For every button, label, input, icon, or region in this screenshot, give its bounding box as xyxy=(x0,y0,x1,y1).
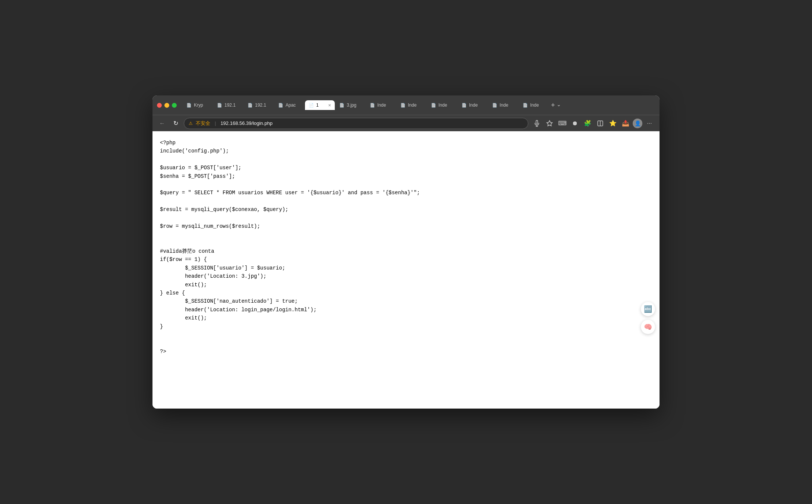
tab-label: 1 xyxy=(316,103,319,108)
profile-avatar[interactable]: 👤 xyxy=(633,119,642,128)
tab-192-2[interactable]: 📄 192.1 xyxy=(244,100,274,110)
settings-button[interactable]: ··· xyxy=(644,118,655,129)
new-tab-button[interactable]: + xyxy=(551,101,555,109)
extensions-button[interactable]: 🧩 xyxy=(582,118,593,129)
traffic-lights xyxy=(157,103,177,108)
tab-label: Inde xyxy=(438,103,447,108)
tab-label: Kryp xyxy=(194,103,203,108)
tab-inde1[interactable]: 📄 Inde xyxy=(366,100,396,110)
tab-label: Inde xyxy=(469,103,478,108)
tab-icon: 📄 xyxy=(248,103,253,108)
record-button[interactable]: ⏺ xyxy=(569,118,580,129)
separator: | xyxy=(215,120,216,126)
tab-icon: 📄 xyxy=(523,103,528,108)
tab-icon: 📄 xyxy=(462,103,467,108)
tab-icon: 📄 xyxy=(492,103,497,108)
tab-icon: 📄 xyxy=(309,103,314,108)
minimize-button[interactable] xyxy=(164,103,169,108)
share-button[interactable]: 📤 xyxy=(620,118,631,129)
collections-button[interactable]: ⭐ xyxy=(607,118,619,129)
back-button[interactable]: ← xyxy=(157,118,167,129)
close-button[interactable] xyxy=(157,103,162,108)
url-display: 192.168.56.39/login.php xyxy=(220,120,273,126)
security-label: 不安全 xyxy=(196,120,210,127)
title-bar: 📄 Kryp 📄 192.1 📄 192.1 📄 Apac xyxy=(152,95,660,115)
tab-label: Inde xyxy=(377,103,386,108)
tab-kryp[interactable]: 📄 Kryp xyxy=(183,100,213,110)
keyboard-button[interactable]: ⌨ xyxy=(557,118,568,129)
nav-bar: ← ↻ ⚠ 不安全 | 192.168.56.39/login.php ⌨ ⏺ … xyxy=(152,115,660,131)
refresh-button[interactable]: ↻ xyxy=(170,118,181,129)
tab-label: 3.jpg xyxy=(347,103,356,108)
read-aloud-button[interactable] xyxy=(531,118,542,129)
tab-inde2[interactable]: 📄 Inde xyxy=(397,100,427,110)
tab-icon: 📄 xyxy=(278,103,283,108)
page-content: <?php include('config.php'); $usuario = … xyxy=(152,131,660,409)
nav-tools: ⌨ ⏺ 🧩 ⭐ 📤 👤 ··· xyxy=(531,118,655,129)
tab-icon: 📄 xyxy=(400,103,406,108)
tab-inde3[interactable]: 📄 Inde xyxy=(427,100,457,110)
tab-3jpg[interactable]: 📄 3.jpg xyxy=(336,100,365,110)
tab-bar: 📄 Kryp 📄 192.1 📄 192.1 📄 Apac xyxy=(183,100,655,110)
tab-icon: 📄 xyxy=(339,103,344,108)
tab-label: 192.1 xyxy=(224,103,236,108)
tab-overflow-button[interactable]: ⌄ xyxy=(557,101,561,109)
tab-label: 192.1 xyxy=(255,103,266,108)
svg-marker-2 xyxy=(547,120,553,126)
tab-icon: 📄 xyxy=(370,103,375,108)
tab-label: Inde xyxy=(500,103,508,108)
tab-inde4[interactable]: 📄 Inde xyxy=(458,100,488,110)
ai-float-button[interactable]: 🧠 xyxy=(641,320,655,334)
tab-label: Apac xyxy=(286,103,296,108)
floating-side-buttons: 🔤 🧠 xyxy=(641,302,655,334)
tab-icon: 📄 xyxy=(186,103,192,108)
tab-icon: 📄 xyxy=(217,103,222,108)
address-bar[interactable]: ⚠ 不安全 | 192.168.56.39/login.php xyxy=(184,118,528,129)
maximize-button[interactable] xyxy=(172,103,177,108)
code-display: <?php include('config.php'); $usuario = … xyxy=(160,139,652,356)
tab-label: Inde xyxy=(408,103,416,108)
tab-icon: 📄 xyxy=(431,103,436,108)
tab-active-1[interactable]: 📄 1 ✕ xyxy=(305,100,335,110)
tab-192-1[interactable]: 📄 192.1 xyxy=(213,100,243,110)
tab-close-icon[interactable]: ✕ xyxy=(328,103,331,107)
tab-actions: + ⌄ xyxy=(551,101,561,109)
tab-apac[interactable]: 📄 Apac xyxy=(274,100,304,110)
translate-float-button[interactable]: 🔤 xyxy=(641,302,655,316)
security-warning-icon: ⚠ xyxy=(189,121,193,126)
tab-inde6[interactable]: 📄 Inde xyxy=(519,100,549,110)
split-view-button[interactable] xyxy=(595,118,606,129)
favorites-button[interactable] xyxy=(544,118,555,129)
tab-inde5[interactable]: 📄 Inde xyxy=(488,100,518,110)
tab-label: Inde xyxy=(530,103,539,108)
